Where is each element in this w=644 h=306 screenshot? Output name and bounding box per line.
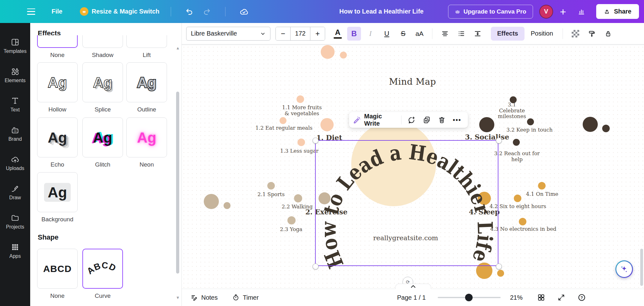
delete-button[interactable]: [434, 114, 449, 126]
page-indicator[interactable]: Page 1 / 1: [397, 294, 426, 301]
selection-handle-top-left[interactable]: [313, 138, 319, 144]
effect-card-shadow[interactable]: Shadow: [82, 35, 123, 59]
sidebar-item-templates[interactable]: Templates: [0, 31, 30, 60]
add-member-button[interactable]: +: [559, 6, 567, 17]
font-size-decrease-button[interactable]: −: [276, 27, 290, 40]
avatar[interactable]: V: [539, 5, 553, 19]
menu-icon[interactable]: [27, 8, 35, 15]
divider: [225, 7, 225, 16]
position-button[interactable]: Position: [527, 27, 557, 41]
zoom-level[interactable]: 21%: [510, 294, 523, 301]
svg-text:co: co: [14, 129, 16, 132]
effect-card-lift[interactable]: Lift: [126, 35, 167, 59]
file-button[interactable]: File: [50, 8, 64, 15]
effect-card-hollow[interactable]: Ag Hollow: [37, 62, 78, 113]
sidebar-item-uploads[interactable]: Uploads: [0, 148, 30, 178]
notes-button[interactable]: Notes: [187, 292, 221, 303]
lock-button[interactable]: [601, 27, 615, 41]
fullscreen-button[interactable]: [555, 292, 567, 303]
zoom-slider-thumb[interactable]: [465, 294, 473, 301]
lock-icon: [604, 30, 612, 37]
chevron-up-icon: [411, 285, 416, 288]
duplicate-icon: [423, 116, 431, 124]
text-case-button[interactable]: aA: [413, 27, 426, 41]
underline-button[interactable]: U: [380, 27, 394, 41]
magic-write-button[interactable]: [352, 114, 362, 126]
node-3-1[interactable]: 3.1 Celebrate milestones: [494, 102, 530, 120]
canvas-scrollbar-thumb[interactable]: [640, 249, 643, 286]
selection-box[interactable]: [315, 140, 498, 266]
selection-handle-top-right[interactable]: [496, 138, 502, 144]
node-1-2[interactable]: 1.2 Eat regular meals: [255, 125, 312, 131]
font-size-increase-button[interactable]: +: [310, 27, 325, 40]
sidebar-item-elements[interactable]: Elements: [0, 60, 30, 90]
align-center-icon: [441, 30, 449, 37]
effect-card-outline[interactable]: Ag Outline: [126, 62, 167, 113]
sidebar-item-brand[interactable]: co Brand: [0, 119, 30, 148]
design-title[interactable]: How to Lead a Healthier Life: [339, 8, 424, 15]
selection-handle-bottom-left[interactable]: [313, 264, 319, 269]
page-collapse-tab[interactable]: [395, 284, 431, 289]
sidebar-item-apps[interactable]: Apps: [0, 236, 30, 265]
font-size-value[interactable]: 172: [290, 27, 310, 40]
text-color-button[interactable]: A: [331, 27, 345, 41]
node-3-2[interactable]: 3.2 Keep in touch: [507, 127, 553, 133]
effect-card-splice[interactable]: Ag Splice: [82, 62, 123, 113]
italic-button[interactable]: I: [364, 27, 377, 41]
zoom-slider[interactable]: [438, 294, 501, 301]
notes-icon: [191, 294, 198, 301]
undo-button[interactable]: [180, 7, 198, 16]
node-3-3[interactable]: 3.2 Reach out for help: [492, 151, 542, 162]
effect-card-glitch[interactable]: Ag Glitch: [82, 117, 123, 168]
effect-card-echo[interactable]: Ag Echo: [37, 117, 78, 168]
more-options-button[interactable]: •••: [449, 114, 465, 126]
strikethrough-button[interactable]: S: [396, 27, 410, 41]
cloud-check-icon: [239, 7, 249, 16]
node-1-3[interactable]: 1.3 Less sugar: [280, 148, 319, 154]
bold-button[interactable]: B: [347, 27, 361, 41]
sidebar-item-text[interactable]: Text: [0, 90, 30, 119]
effect-card-background[interactable]: Ag Background: [37, 172, 78, 223]
copy-style-button[interactable]: [585, 27, 599, 41]
share-button[interactable]: Share: [596, 4, 639, 19]
comment-button[interactable]: [404, 114, 419, 126]
alignment-button[interactable]: [438, 27, 452, 41]
shape-card-none[interactable]: ABCD None: [37, 249, 78, 299]
draw-icon: [11, 184, 19, 193]
help-icon: ?: [577, 293, 586, 302]
sidebar-item-draw[interactable]: Draw: [0, 178, 30, 207]
upgrade-button[interactable]: Upgrade to Canva Pro: [448, 5, 533, 19]
node-4-3[interactable]: 4.3 No electronics in bed: [490, 226, 557, 232]
transparency-icon: [572, 30, 579, 37]
redo-button[interactable]: [198, 7, 216, 16]
effect-card-none[interactable]: None: [37, 35, 78, 59]
effects-button[interactable]: Effects: [491, 27, 525, 41]
resize-magic-switch-button[interactable]: Resize & Magic Switch: [78, 7, 161, 16]
font-selector[interactable]: Libre Baskerville: [186, 27, 270, 41]
sidebar-item-projects[interactable]: Projects: [0, 207, 30, 236]
design-heading[interactable]: Mind Map: [389, 76, 436, 87]
transparency-button[interactable]: [569, 27, 582, 41]
effect-card-neon[interactable]: Ag Neon: [126, 117, 167, 168]
node-1-1[interactable]: 1.1 More fruits & vegetables: [281, 105, 323, 116]
effects-panel: Effects None Shadow Lift Ag Hollow Ag Sp…: [30, 23, 182, 306]
selection-handle-bottom-right[interactable]: [496, 264, 502, 269]
uploads-icon: [11, 155, 19, 164]
panel-scrollbar-thumb[interactable]: [176, 92, 179, 274]
node-2-3[interactable]: 2.3 Yoga: [280, 227, 302, 233]
grid-view-button[interactable]: [535, 292, 547, 303]
duplicate-button[interactable]: [419, 114, 434, 126]
timer-button[interactable]: Timer: [229, 292, 262, 303]
ai-assistant-button[interactable]: [615, 260, 633, 278]
node-2-1[interactable]: 2.1 Sports: [258, 192, 285, 198]
insights-button[interactable]: [573, 8, 590, 16]
cloud-save-status-button[interactable]: [235, 7, 253, 16]
spacing-button[interactable]: [471, 27, 485, 41]
apps-icon: [11, 243, 19, 252]
panel-scrollbar[interactable]: ▲ ▼: [176, 45, 180, 301]
help-button[interactable]: ?: [575, 291, 588, 304]
divider: [563, 28, 563, 39]
list-button[interactable]: [454, 27, 468, 41]
shape-card-curve[interactable]: ABCD Curve: [82, 249, 123, 299]
node-4-1[interactable]: 4.1 On Time: [526, 191, 558, 197]
